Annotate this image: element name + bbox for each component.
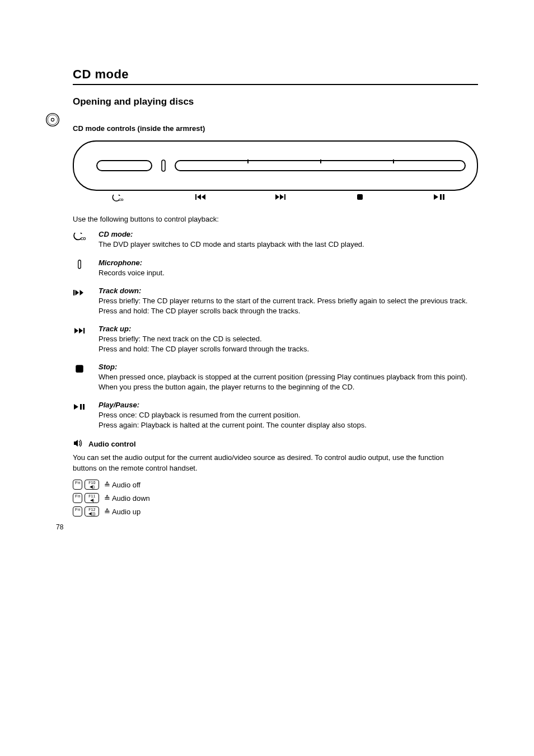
svg-rect-8 <box>440 194 442 200</box>
function-name: CD mode: <box>99 230 478 238</box>
audio-shortcut-up: Fn F12◀))) ≙ Audio up <box>73 506 478 516</box>
function-desc: Records voice input. <box>99 268 478 278</box>
function-list: CD CD mode: The DVD player switches to C… <box>73 230 478 430</box>
function-stop: Stop: When pressed once, playback is sto… <box>73 363 478 392</box>
f12-key-icon: F12◀))) <box>85 506 99 516</box>
svg-rect-12 <box>73 290 74 295</box>
svg-rect-9 <box>443 194 444 200</box>
speaker-icon <box>73 439 84 449</box>
function-name: Microphone: <box>99 259 478 267</box>
fn-key-icon: Fn <box>73 506 82 516</box>
svg-rect-7 <box>357 194 363 200</box>
controls-intro-text: Use the following buttons to control pla… <box>73 215 478 223</box>
page-subtitle: Opening and playing discs <box>73 96 478 107</box>
fn-key-icon: Fn <box>73 493 82 503</box>
function-desc: When pressed once, playback is stopped a… <box>99 372 478 392</box>
function-microphone: Microphone: Records voice input. <box>73 259 478 278</box>
function-track-up: Track up: Press briefly: The next track … <box>73 325 478 354</box>
svg-rect-3 <box>162 160 165 171</box>
page-title: CD mode <box>73 67 478 82</box>
fn-key-icon: Fn <box>73 480 82 490</box>
f10-key-icon: F10◀)) <box>85 480 99 490</box>
audio-shortcut-label: ≙ Audio up <box>104 508 478 516</box>
audio-heading: Audio control <box>88 440 136 448</box>
audio-shortcut-mute: Fn F10◀)) ≙ Audio off <box>73 480 478 490</box>
stop-icon <box>349 193 371 204</box>
disc-section-icon <box>45 112 60 129</box>
svg-rect-5 <box>195 194 196 200</box>
next-track-icon <box>73 325 99 336</box>
microphone-hole <box>160 159 167 172</box>
function-desc: Press briefly: The next track on the CD … <box>99 334 478 354</box>
svg-point-1 <box>48 115 58 125</box>
microphone-icon <box>73 259 99 270</box>
svg-point-0 <box>46 114 59 126</box>
audio-note: You can set the audio output for the cur… <box>73 453 465 474</box>
svg-rect-6 <box>284 194 285 200</box>
stop-icon <box>73 363 99 374</box>
audio-shortcut-label: ≙ Audio down <box>104 494 478 503</box>
function-name: Track up: <box>99 325 478 333</box>
function-desc: Press once: CD playback is resumed from … <box>99 410 478 430</box>
function-name: Play/Pause: <box>99 401 478 409</box>
prev-track-icon <box>190 193 213 204</box>
play-pause-icon <box>428 193 450 204</box>
svg-rect-14 <box>76 365 83 373</box>
audio-shortcut-down: Fn F11◀) ≙ Audio down <box>73 493 478 503</box>
function-play-pause: Play/Pause: Press once: CD playback is r… <box>73 401 478 430</box>
svg-rect-11 <box>78 260 81 268</box>
prev-track-icon <box>73 287 99 298</box>
svg-text:CD: CD <box>81 237 86 241</box>
controls-heading: CD mode controls (inside the armrest) <box>73 124 478 133</box>
function-desc: Press briefly: The CD player returns to … <box>99 296 478 316</box>
next-track-icon <box>269 193 292 204</box>
title-rule <box>73 84 478 85</box>
page-number: 78 <box>56 523 63 531</box>
function-cd-mode: CD CD mode: The DVD player switches to C… <box>73 230 478 250</box>
svg-point-2 <box>51 118 54 121</box>
svg-text:CD: CD <box>119 198 124 201</box>
svg-rect-13 <box>83 328 85 334</box>
audio-shortcut-label: ≙ Audio off <box>104 481 478 489</box>
cd-mode-icon: CD <box>73 230 99 241</box>
function-name: Track down: <box>99 287 478 295</box>
function-desc: The DVD player switches to CD mode and s… <box>99 240 478 250</box>
f11-key-icon: F11◀) <box>85 493 99 503</box>
function-track-down: Track down: Press briefly: The CD player… <box>73 287 478 316</box>
cd-mode-icon: CD <box>106 193 129 204</box>
play-pause-icon <box>73 401 99 412</box>
svg-rect-15 <box>80 404 82 410</box>
svg-rect-16 <box>83 404 85 410</box>
cd-mode-button-slot <box>96 160 152 171</box>
function-name: Stop: <box>99 363 478 371</box>
control-panel-diagram: CD <box>73 140 478 204</box>
